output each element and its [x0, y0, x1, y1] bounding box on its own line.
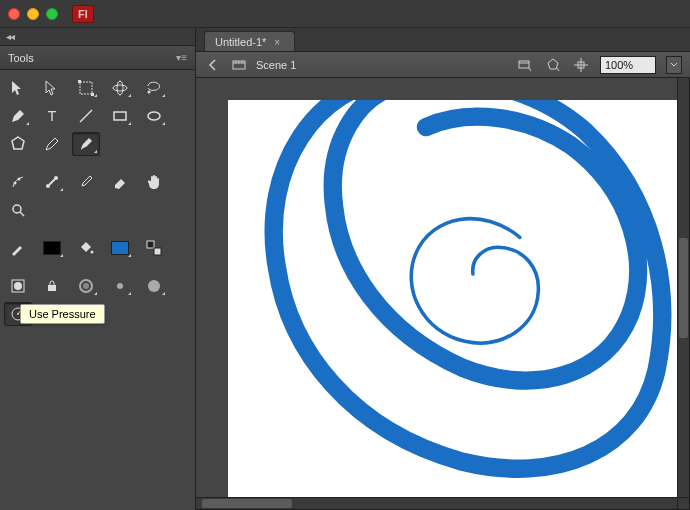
polystar-tool[interactable] — [4, 132, 32, 156]
horizontal-scroll-thumb[interactable] — [202, 499, 292, 508]
minimize-window-button[interactable] — [27, 8, 39, 20]
center-stage-icon[interactable] — [572, 56, 590, 74]
document-tab[interactable]: Untitled-1* × — [204, 31, 295, 51]
svg-line-17 — [20, 212, 24, 216]
svg-point-11 — [14, 182, 17, 185]
svg-point-4 — [117, 81, 123, 95]
rectangle-tool[interactable] — [106, 104, 134, 128]
object-drawing-toggle[interactable] — [4, 274, 32, 298]
zoom-dropdown[interactable] — [666, 56, 682, 74]
back-arrow-icon[interactable] — [204, 56, 222, 74]
svg-point-28 — [17, 313, 19, 315]
fill-color-control[interactable] — [72, 236, 100, 260]
svg-line-15 — [49, 179, 55, 185]
svg-rect-20 — [154, 248, 161, 255]
edit-symbol-icon[interactable] — [544, 56, 562, 74]
document-tab-bar: Untitled-1* × — [196, 28, 690, 52]
stage-viewport — [196, 78, 690, 510]
bone-tool[interactable] — [38, 170, 66, 194]
edit-bar: Scene 1 100% — [196, 52, 690, 78]
svg-rect-34 — [519, 61, 529, 68]
horizontal-scrollbar[interactable] — [196, 497, 677, 509]
tooltip: Use Pressure — [20, 304, 105, 324]
svg-rect-8 — [114, 112, 126, 120]
window-controls — [8, 8, 58, 20]
eraser-tool[interactable] — [106, 170, 134, 194]
panel-collapse-tab[interactable]: ◂◂ — [0, 28, 195, 46]
svg-text:T: T — [48, 108, 57, 124]
brush-tool[interactable] — [72, 132, 100, 156]
oval-tool[interactable] — [140, 104, 168, 128]
svg-point-26 — [148, 280, 160, 292]
vertical-scroll-thumb[interactable] — [679, 238, 688, 338]
tools-panel-title: Tools — [8, 52, 34, 64]
stage-canvas[interactable] — [228, 100, 677, 497]
svg-point-5 — [148, 91, 151, 94]
free-transform-tool[interactable] — [72, 76, 100, 100]
tooltip-text: Use Pressure — [29, 308, 96, 320]
window-titlebar: Fl — [0, 0, 690, 28]
vertical-scrollbar[interactable] — [677, 78, 689, 497]
lock-fill-toggle[interactable] — [38, 274, 66, 298]
svg-marker-10 — [12, 137, 24, 149]
close-tab-icon[interactable]: × — [274, 37, 280, 48]
scene-icon — [230, 56, 248, 74]
app-logo: Fl — [72, 5, 94, 23]
svg-point-16 — [13, 205, 21, 213]
zoom-window-button[interactable] — [46, 8, 58, 20]
subselection-tool[interactable] — [38, 76, 66, 100]
tools-panel-menu-icon[interactable]: ▾≡ — [176, 52, 187, 63]
lasso-tool[interactable] — [140, 76, 168, 100]
svg-point-18 — [91, 251, 94, 254]
close-window-button[interactable] — [8, 8, 20, 20]
svg-point-12 — [18, 178, 21, 181]
line-tool[interactable] — [72, 104, 100, 128]
svg-point-3 — [113, 85, 127, 91]
svg-rect-19 — [147, 241, 154, 248]
zoom-field[interactable]: 100% — [600, 56, 656, 74]
pencil-tool[interactable] — [38, 132, 66, 156]
brush-mode-button[interactable] — [72, 274, 100, 298]
scroll-corner — [677, 497, 689, 509]
svg-point-25 — [117, 283, 123, 289]
selection-tool[interactable] — [4, 76, 32, 100]
stroke-color-swatch[interactable] — [38, 236, 66, 260]
pen-tool[interactable] — [4, 104, 32, 128]
zoom-value: 100% — [605, 59, 633, 71]
stroke-color-control[interactable] — [4, 236, 32, 260]
edit-scene-icon[interactable] — [516, 56, 534, 74]
tools-panel: ◂◂ Tools ▾≡ T — [0, 28, 196, 510]
brush-size-small[interactable] — [106, 274, 134, 298]
eyedropper-tool[interactable] — [72, 170, 100, 194]
svg-rect-1 — [78, 80, 81, 83]
fill-color-swatch[interactable] — [106, 236, 134, 260]
text-tool[interactable]: T — [38, 104, 66, 128]
3d-rotation-tool[interactable] — [106, 76, 134, 100]
svg-rect-0 — [80, 82, 92, 94]
brush-size-large[interactable] — [140, 274, 168, 298]
svg-rect-23 — [48, 285, 56, 291]
deco-tool[interactable] — [4, 170, 32, 194]
svg-point-22 — [14, 282, 22, 290]
swap-colors-button[interactable] — [140, 236, 168, 260]
svg-point-9 — [148, 112, 160, 120]
svg-line-7 — [80, 110, 92, 122]
document-tab-label: Untitled-1* — [215, 36, 266, 48]
scene-label: Scene 1 — [256, 59, 296, 71]
tools-panel-header: Tools ▾≡ — [0, 46, 195, 70]
hand-tool[interactable] — [140, 170, 168, 194]
zoom-tool[interactable] — [4, 198, 32, 222]
